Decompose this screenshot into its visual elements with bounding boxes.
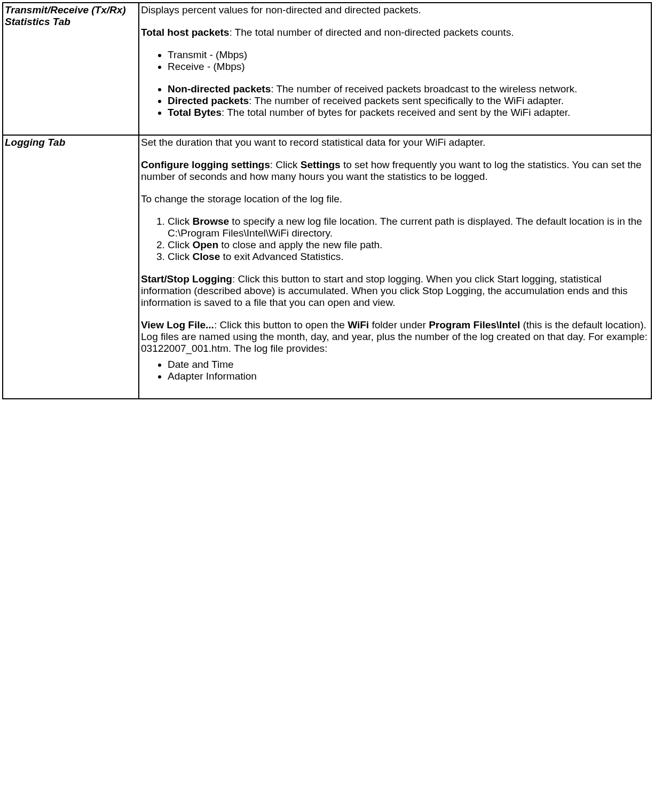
viewlog-b2: Program Files\Intel	[429, 319, 520, 330]
list-item: Non-directed packets: The number of rece…	[168, 83, 649, 95]
start-stop: Start/Stop Logging: Click this button to…	[141, 273, 649, 309]
step-pre: Click	[168, 216, 192, 227]
list-item: Total Bytes: The total number of bytes f…	[168, 107, 649, 119]
list-item: Click Open to close and apply the new fi…	[168, 239, 649, 251]
view-log: View Log File...: Click this button to o…	[141, 319, 649, 354]
def-term: Non-directed packets	[168, 83, 271, 94]
row-content: Set the duration that you want to record…	[139, 135, 651, 399]
step-pre: Click	[168, 251, 192, 262]
table-row: Transmit/Receive (Tx/Rx) Statistics Tab …	[3, 3, 651, 135]
list-item: Adapter Information	[168, 370, 649, 382]
table-row: Logging Tab Set the duration that you wa…	[3, 135, 651, 399]
row-label: Logging Tab	[3, 135, 139, 399]
list-item: Click Browse to specify a new log file l…	[168, 216, 649, 239]
list-item: Date and Time	[168, 359, 649, 370]
viewlog-pre: : Click this button to open the	[214, 319, 348, 330]
change-location: To change the storage location of the lo…	[141, 193, 649, 205]
list-item: Receive - (Mbps)	[168, 61, 649, 73]
list-item: Directed packets: The number of received…	[168, 95, 649, 107]
rate-list: Transmit - (Mbps) Receive - (Mbps)	[141, 49, 649, 73]
intro-text: Set the duration that you want to record…	[141, 137, 649, 148]
stats-table: Transmit/Receive (Tx/Rx) Statistics Tab …	[2, 2, 652, 399]
total-host-label: Total host packets	[141, 27, 229, 38]
viewlog-b1: WiFi	[348, 319, 369, 330]
row-label: Transmit/Receive (Tx/Rx) Statistics Tab	[3, 3, 139, 135]
defs-list: Non-directed packets: The number of rece…	[141, 83, 649, 119]
viewlog-label: View Log File...	[141, 319, 214, 330]
steps-list: Click Browse to specify a new log file l…	[141, 216, 649, 263]
startstop-label: Start/Stop Logging	[141, 273, 232, 285]
configure-logging: Configure logging settings: Click Settin…	[141, 159, 649, 183]
step-post: to close and apply the new file path.	[218, 239, 382, 250]
total-host-text: : The total number of directed and non-d…	[229, 27, 514, 38]
list-item: Transmit - (Mbps)	[168, 49, 649, 61]
viewlog-mid: folder under	[369, 319, 429, 330]
def-text: : The number of received packets broadca…	[271, 83, 577, 94]
total-host: Total host packets: The total number of …	[141, 27, 649, 38]
def-term: Total Bytes	[168, 107, 222, 118]
row-content: Displays percent values for non-directed…	[139, 3, 651, 135]
intro-text: Displays percent values for non-directed…	[141, 4, 649, 16]
def-term: Directed packets	[168, 95, 249, 106]
configure-settings: Settings	[301, 159, 341, 170]
step-bold: Browse	[192, 216, 229, 227]
provides-list: Date and Time Adapter Information	[141, 359, 649, 382]
step-bold: Close	[192, 251, 220, 262]
def-text: : The number of received packets sent sp…	[249, 95, 564, 106]
configure-pre: : Click	[270, 159, 301, 170]
step-post: to specify a new log file location. The …	[168, 216, 642, 239]
step-post: to exit Advanced Statistics.	[220, 251, 343, 262]
configure-label: Configure logging settings	[141, 159, 270, 170]
def-text: : The total number of bytes for packets …	[222, 107, 570, 118]
step-pre: Click	[168, 239, 192, 250]
step-bold: Open	[192, 239, 218, 250]
list-item: Click Close to exit Advanced Statistics.	[168, 251, 649, 263]
